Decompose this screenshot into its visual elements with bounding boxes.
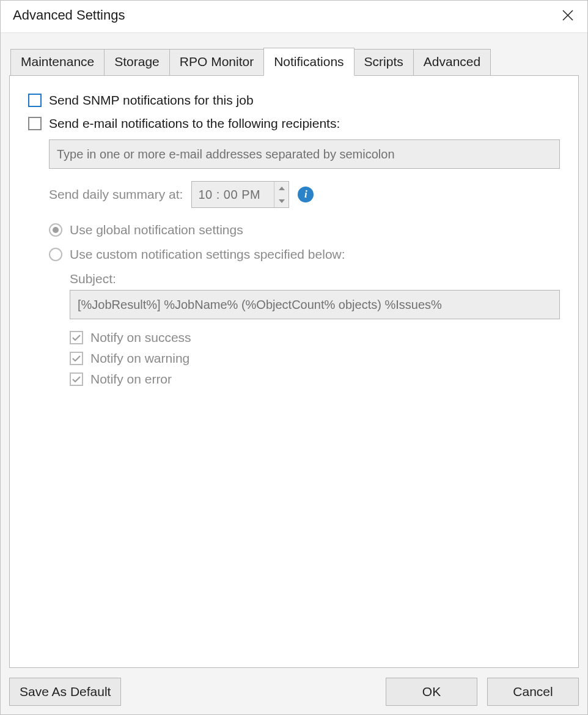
titlebar: Advanced Settings	[1, 1, 587, 32]
save-as-default-button[interactable]: Save As Default	[9, 678, 121, 706]
time-spin-buttons	[274, 182, 288, 207]
email-label: Send e-mail notifications to the followi…	[49, 116, 340, 131]
summary-time-input[interactable]: 10 : 00 PM	[191, 181, 289, 208]
chevron-down-icon	[279, 199, 285, 204]
custom-settings-option[interactable]: Use custom notification settings specifi…	[49, 247, 560, 262]
notify-success-checkbox[interactable]	[70, 331, 83, 344]
custom-settings-label: Use custom notification settings specifi…	[70, 247, 345, 262]
close-button[interactable]	[559, 7, 576, 24]
notify-success-option[interactable]: Notify on success	[70, 330, 560, 345]
tab-advanced[interactable]: Advanced	[413, 49, 491, 76]
dialog-client-area: Maintenance Storage RPO Monitor Notifica…	[1, 32, 587, 714]
global-settings-label: Use global notification settings	[70, 223, 243, 237]
tab-notifications[interactable]: Notifications	[263, 48, 354, 76]
subject-input[interactable]: [%JobResult%] %JobName% (%ObjectCount% o…	[70, 290, 560, 319]
info-icon[interactable]: i	[298, 187, 314, 202]
tab-storage[interactable]: Storage	[104, 49, 170, 76]
notify-error-checkbox[interactable]	[70, 372, 83, 386]
notify-error-label: Notify on error	[90, 372, 172, 387]
close-icon	[562, 9, 574, 21]
notify-options: Notify on success Notify on warning Noti…	[70, 330, 560, 387]
notify-error-option[interactable]: Notify on error	[70, 372, 560, 387]
snmp-option[interactable]: Send SNMP notifications for this job	[28, 93, 560, 108]
chevron-up-icon	[279, 186, 285, 191]
snmp-checkbox[interactable]	[28, 94, 42, 107]
global-settings-radio[interactable]	[49, 223, 62, 237]
global-settings-option[interactable]: Use global notification settings	[49, 223, 560, 237]
time-spin-up[interactable]	[274, 182, 288, 194]
subject-label: Subject:	[70, 272, 560, 286]
advanced-settings-dialog: Advanced Settings Maintenance Storage RP…	[0, 0, 588, 715]
cancel-button[interactable]: Cancel	[487, 678, 579, 706]
custom-settings-radio[interactable]	[49, 248, 62, 261]
tab-rpo-monitor[interactable]: RPO Monitor	[169, 49, 264, 76]
snmp-label: Send SNMP notifications for this job	[49, 93, 254, 108]
email-option[interactable]: Send e-mail notifications to the followi…	[28, 116, 560, 131]
tabstrip: Maintenance Storage RPO Monitor Notifica…	[10, 48, 579, 76]
notify-success-label: Notify on success	[90, 330, 191, 345]
time-spin-down[interactable]	[274, 194, 288, 207]
tab-maintenance[interactable]: Maintenance	[10, 49, 105, 76]
summary-time-value: 10 : 00 PM	[192, 182, 274, 207]
notify-warning-label: Notify on warning	[90, 351, 189, 366]
dialog-footer: Save As Default OK Cancel	[9, 668, 579, 706]
daily-summary-row: Send daily summary at: 10 : 00 PM i	[49, 181, 560, 208]
tab-scripts[interactable]: Scripts	[354, 49, 414, 76]
daily-summary-label: Send daily summary at:	[49, 187, 183, 202]
notify-warning-checkbox[interactable]	[70, 352, 83, 365]
subject-block: Subject: [%JobResult%] %JobName% (%Objec…	[70, 272, 560, 319]
ok-button[interactable]: OK	[386, 678, 477, 706]
email-checkbox[interactable]	[28, 117, 42, 130]
recipients-input[interactable]: Type in one or more e-mail addresses sep…	[49, 139, 560, 169]
dialog-title: Advanced Settings	[13, 7, 125, 23]
notifications-page: Send SNMP notifications for this job Sen…	[9, 75, 579, 668]
notify-warning-option[interactable]: Notify on warning	[70, 351, 560, 366]
